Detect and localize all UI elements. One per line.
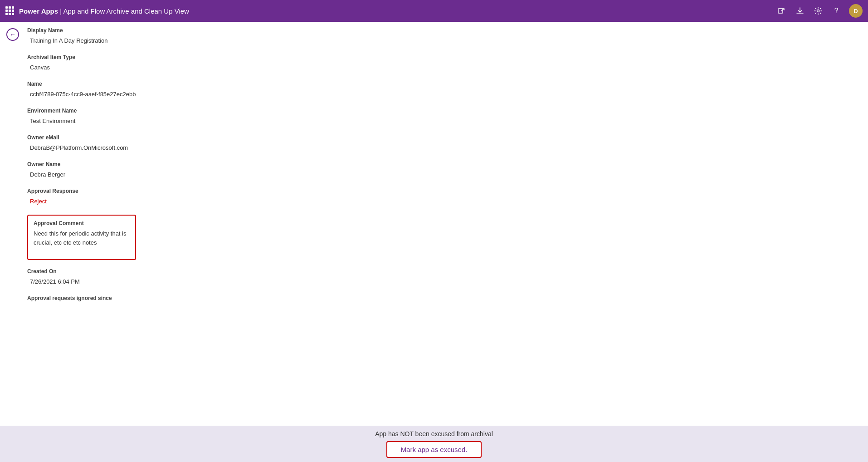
bottom-bar: App has NOT been excused from archival M… [0,426,868,462]
nav-separator: | [60,7,62,15]
approval-response-field: Approval Response Reject [27,188,859,206]
display-name-value: Training In A Day Registration [27,35,859,46]
approval-comment-value: Need this for periodic activity that is … [34,229,130,247]
environment-label: Environment Name [27,108,859,114]
nav-icons-group: ? D [776,4,863,18]
owner-email-value: DebraB@PPlatform.OnMicrosoft.com [27,143,859,153]
app-name: Power Apps [19,7,58,15]
name-label: Name [27,81,859,87]
approval-comment-label: Approval Comment [34,220,130,226]
avatar-initials: D [853,8,858,15]
content-area: ← Display Name Training In A Day Registr… [0,22,868,462]
environment-value: Test Environment [27,116,859,126]
avatar[interactable]: D [849,4,863,18]
created-on-field: Created On 7/26/2021 6:04 PM [27,268,859,287]
name-value: ccbf4789-075c-4cc9-aaef-f85e27ec2ebb [27,89,859,99]
excusal-status-text: App has NOT been excused from archival [375,430,493,437]
help-icon[interactable]: ? [831,5,842,16]
svg-rect-0 [778,9,783,13]
archival-type-value: Canvas [27,62,859,73]
display-name-label: Display Name [27,27,859,34]
owner-email-field: Owner eMail DebraB@PPlatform.OnMicrosoft… [27,134,859,153]
settings-icon[interactable] [813,5,824,16]
archival-type-field: Archival Item Type Canvas [27,54,859,73]
download-icon[interactable] [795,5,805,16]
owner-email-label: Owner eMail [27,134,859,141]
page-title-header: App and Flow Archive and Clean Up View [63,7,189,15]
owner-name-label: Owner Name [27,161,859,167]
archival-type-label: Archival Item Type [27,54,859,60]
approval-response-label: Approval Response [27,188,859,194]
created-on-label: Created On [27,268,859,275]
approval-response-value: Reject [27,196,859,206]
approval-ignored-field: Approval requests ignored since [27,295,859,301]
name-field: Name ccbf4789-075c-4cc9-aaef-f85e27ec2eb… [27,81,859,99]
created-on-value: 7/26/2021 6:04 PM [27,276,859,287]
display-name-field: Display Name Training In A Day Registrat… [27,27,859,46]
nav-title: Power Apps | App and Flow Archive and Cl… [19,7,189,15]
approval-ignored-label: Approval requests ignored since [27,295,859,301]
mark-excused-button[interactable]: Mark app as excused. [386,441,482,458]
form-content: Display Name Training In A Day Registrat… [0,22,868,426]
share-icon[interactable] [776,5,787,16]
owner-name-field: Owner Name Debra Berger [27,161,859,180]
environment-field: Environment Name Test Environment [27,108,859,126]
top-nav: Power Apps | App and Flow Archive and Cl… [0,0,868,22]
owner-name-value: Debra Berger [27,169,859,180]
svg-point-1 [817,10,819,12]
approval-comment-box: Approval Comment Need this for periodic … [27,215,136,260]
back-button[interactable]: ← [6,28,19,41]
app-grid-icon[interactable] [5,6,15,15]
